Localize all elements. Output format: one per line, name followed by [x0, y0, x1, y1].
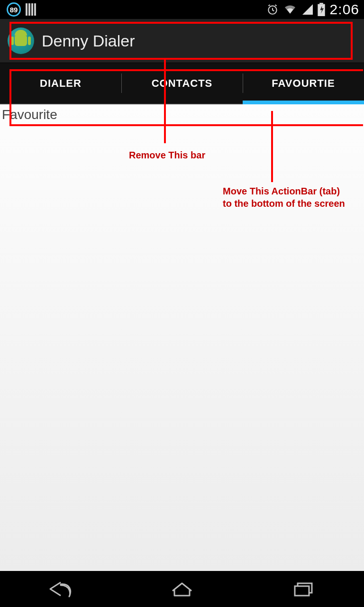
content-area: Favourite: [0, 104, 364, 571]
content-heading: Favourite: [2, 107, 57, 122]
tab-contacts[interactable]: CONTACTS: [121, 63, 243, 103]
nav-bar: [0, 571, 364, 607]
wifi-icon: [283, 4, 297, 15]
tab-dialer[interactable]: DIALER: [0, 63, 121, 103]
action-bar: Denny Dialer: [0, 19, 364, 63]
nav-back-button[interactable]: [44, 578, 77, 600]
tab-label: FAVOURTIE: [272, 77, 335, 90]
tab-label: DIALER: [40, 77, 82, 90]
app-tray-icon: [26, 3, 36, 16]
battery-percent-value: 89: [10, 6, 18, 14]
nav-recent-button[interactable]: [287, 578, 320, 600]
app-title: Denny Dialer: [42, 32, 135, 50]
status-bar: 89 2:06: [0, 0, 364, 19]
signal-icon: [301, 4, 313, 15]
battery-percent-badge: 89: [7, 2, 21, 17]
svg-rect-1: [318, 4, 325, 16]
tab-bar: DIALER CONTACTS FAVOURTIE: [0, 63, 364, 104]
svg-rect-2: [319, 3, 323, 4]
nav-home-button[interactable]: [165, 578, 199, 600]
status-clock: 2:06: [330, 1, 359, 18]
svg-rect-3: [295, 586, 309, 596]
tab-label: CONTACTS: [152, 77, 213, 90]
battery-charging-icon: [318, 3, 325, 16]
tab-favourite[interactable]: FAVOURTIE: [243, 63, 364, 103]
alarm-icon: [266, 3, 279, 16]
app-icon: [8, 28, 34, 54]
